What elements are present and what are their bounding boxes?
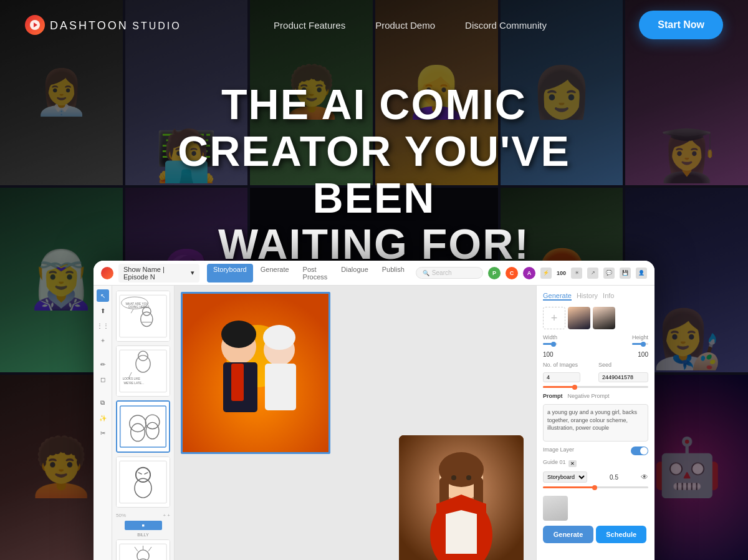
rp-tab-info[interactable]: Info: [603, 292, 614, 301]
svg-point-46: [451, 475, 456, 480]
tool-grid[interactable]: ⋮⋮: [97, 319, 109, 332]
nav-discord-community[interactable]: Discord Community: [465, 20, 547, 31]
char-thumb-male[interactable]: [568, 307, 590, 329]
svg-point-11: [136, 355, 150, 372]
image-layer-row: Image Layer: [543, 447, 648, 455]
storyboard-thumb-5[interactable]: [116, 539, 170, 560]
tool-magic[interactable]: ✨: [97, 412, 109, 424]
guide-remove[interactable]: ✕: [568, 460, 577, 467]
prompt-text-box[interactable]: a young guy and a young girl, backs toge…: [543, 404, 648, 442]
nav-links: Product Features Product Demo Discord Co…: [274, 20, 547, 31]
storyboard-thumb-2[interactable]: LOOKS LIKE WE'RE LATE...: [116, 345, 170, 397]
svg-rect-10: [120, 350, 166, 392]
mockup-search[interactable]: 🔍 Search: [416, 267, 483, 279]
right-panel-tabs: Generate History Info: [543, 292, 648, 301]
main-canvas[interactable]: 50%: [175, 286, 536, 560]
toolbar-icon-share[interactable]: ↗: [587, 268, 598, 279]
tab-post-process[interactable]: Post Process: [297, 264, 334, 282]
images-seed-row: No. of Images Seed: [543, 362, 648, 382]
tab-storyboard[interactable]: Storyboard: [207, 264, 253, 282]
toolbar-number: 100: [557, 270, 566, 276]
tab-publish[interactable]: Publish: [376, 264, 411, 282]
svg-point-18: [131, 423, 145, 441]
svg-point-20: [146, 422, 159, 438]
storyboard-thumb-1[interactable]: WHAT ARE YOU DOING HERE?: [116, 291, 170, 342]
tab-dialogue[interactable]: Dialogue: [335, 264, 374, 282]
right-panel: Generate History Info +: [536, 286, 654, 560]
storyboard-row: Storyboard 0.5 👁: [543, 471, 648, 483]
avatar-p: P: [488, 267, 501, 279]
svg-point-25: [135, 478, 151, 498]
guide-slider[interactable]: [543, 486, 648, 488]
width-slider[interactable]: [543, 343, 557, 345]
guide-row: Guide 01 ✕: [543, 459, 648, 468]
add-character-button[interactable]: +: [543, 307, 565, 329]
hero-title: THE AI COMIC CREATOR YOU'VE BEEN WAITING…: [156, 81, 592, 268]
mockup-window: Show Name | Episode N ▾ Storyboard Gener…: [94, 261, 654, 560]
storyboard-select[interactable]: Storyboard: [543, 471, 587, 483]
logo-icon: [25, 15, 45, 35]
svg-point-7: [141, 312, 153, 326]
char-thumb-female[interactable]: [593, 307, 615, 329]
schedule-button[interactable]: Schedule: [596, 526, 646, 543]
num-images-input[interactable]: [543, 372, 580, 382]
canvas-image-primary[interactable]: [181, 292, 330, 454]
avatar-a: A: [523, 267, 535, 279]
tool-panel: ↖ ⬆ ⋮⋮ ＋ ✏ ◻ ⧉ ✨ ✂: [94, 286, 112, 560]
svg-rect-38: [265, 364, 296, 410]
mockup-toolbar: Show Name | Episode N ▾ Storyboard Gener…: [94, 261, 654, 286]
toolbar-icon-discord[interactable]: 💬: [603, 268, 615, 279]
tool-layers[interactable]: ⧉: [97, 397, 109, 409]
generate-button[interactable]: Generate: [543, 526, 593, 543]
canvas-image-secondary[interactable]: [399, 435, 524, 560]
tool-pen[interactable]: ✏: [97, 358, 109, 370]
images-slider[interactable]: [543, 386, 648, 388]
rp-tab-generate[interactable]: Generate: [543, 292, 572, 301]
avatar-c: C: [506, 267, 518, 279]
start-now-button[interactable]: Start Now: [639, 11, 723, 39]
rp-tab-history[interactable]: History: [577, 292, 598, 301]
dimensions-value-row: 100 100: [543, 351, 648, 358]
mockup-logo: [101, 267, 113, 279]
svg-line-24: [144, 473, 148, 475]
tool-crop[interactable]: ✂: [97, 427, 109, 439]
toolbar-icon-sun[interactable]: ☀: [571, 268, 582, 279]
eye-toggle[interactable]: 👁: [641, 473, 648, 481]
tool-upload[interactable]: ⬆: [97, 304, 109, 317]
dimensions-row: Width Height: [543, 334, 648, 347]
storyboard-thumb-3[interactable]: [116, 400, 170, 453]
svg-text:WHAT ARE YOU: WHAT ARE YOU: [125, 302, 148, 306]
tool-select[interactable]: ↖: [97, 289, 109, 302]
hero-section: THE AI COMIC CREATOR YOU'VE BEEN WAITING…: [156, 81, 592, 268]
tab-generate[interactable]: Generate: [254, 264, 295, 282]
storyboard-panel: WHAT ARE YOU DOING HERE?: [112, 286, 175, 560]
toolbar-icon-account[interactable]: 👤: [636, 268, 647, 279]
logo-text: Dashtoon STUDIO: [50, 18, 181, 32]
logo: Dashtoon STUDIO: [25, 15, 181, 35]
navbar: Dashtoon STUDIO Product Features Product…: [0, 0, 748, 50]
mockup-tab-bar: Storyboard Generate Post Process Dialogu…: [207, 264, 411, 282]
storyboard-thumb-4[interactable]: [116, 456, 170, 508]
svg-text:LOOKS LIKE: LOOKS LIKE: [123, 377, 140, 380]
tool-eraser[interactable]: ◻: [97, 373, 109, 385]
toolbar-right: P C A ⚡ 100 ☀ ↗ 💬 💾 👤: [488, 267, 647, 279]
height-slider[interactable]: [632, 343, 648, 345]
svg-line-29: [135, 547, 138, 551]
seed-input[interactable]: [598, 372, 648, 382]
svg-rect-2: [120, 295, 166, 337]
action-buttons: Generate Schedule: [543, 526, 648, 543]
svg-point-47: [466, 475, 471, 480]
nav-product-features[interactable]: Product Features: [274, 20, 345, 31]
tool-add[interactable]: ＋: [97, 334, 109, 347]
svg-rect-36: [231, 364, 244, 401]
svg-line-31: [148, 547, 151, 551]
image-layer-toggle[interactable]: [631, 447, 648, 455]
toolbar-icon-save[interactable]: 💾: [620, 268, 631, 279]
page-label: BILLY: [116, 533, 170, 537]
mockup-body: ↖ ⬆ ⋮⋮ ＋ ✏ ◻ ⧉ ✨ ✂: [94, 286, 654, 560]
nav-product-demo[interactable]: Product Demo: [375, 20, 435, 31]
toolbar-icon-lightning: ⚡: [540, 268, 552, 279]
show-name-dropdown[interactable]: Show Name | Episode N ▾: [118, 264, 199, 282]
svg-line-23: [138, 473, 142, 475]
page-indicator: ■: [125, 521, 162, 530]
